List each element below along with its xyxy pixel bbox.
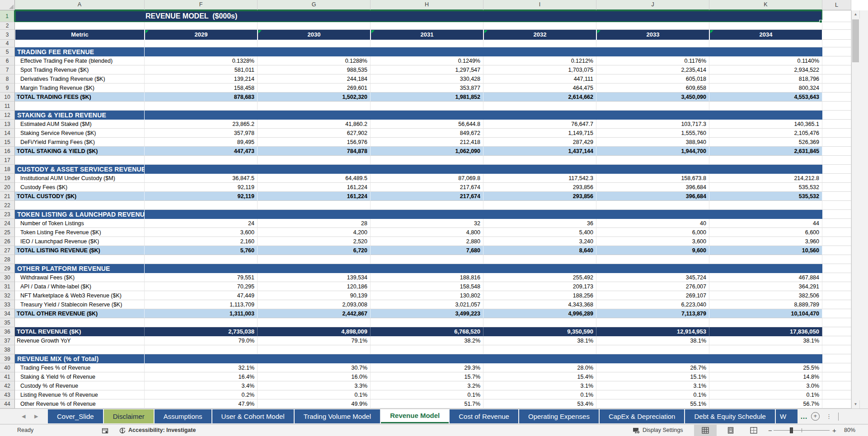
cell-K36[interactable]: 17,836,050 <box>709 327 822 336</box>
cell-L26[interactable] <box>822 237 851 246</box>
cell-J2[interactable] <box>596 22 709 30</box>
cell-A16[interactable]: TOTAL STAKING & YIELD ($K) <box>15 147 145 156</box>
column-header-J[interactable]: J <box>596 0 709 10</box>
cell-K20[interactable]: 535,532 <box>709 183 822 192</box>
cell-K38[interactable] <box>709 345 822 354</box>
cell-G7[interactable]: 988,535 <box>258 65 371 74</box>
cell-F11[interactable] <box>145 102 258 111</box>
cell-J33[interactable]: 6,223,040 <box>596 300 709 309</box>
row-header-12[interactable]: 12 <box>0 111 15 120</box>
cell-K40[interactable]: 25.5% <box>709 363 822 372</box>
cell-G8[interactable]: 244,184 <box>258 74 371 83</box>
row-header-25[interactable]: 25 <box>0 228 15 237</box>
tab-operating-expenses[interactable]: Operating Expenses <box>519 409 599 423</box>
row-header-42[interactable]: 42 <box>0 381 15 390</box>
row-header-33[interactable]: 33 <box>0 300 15 309</box>
cell-G34[interactable]: 2,442,867 <box>258 309 371 318</box>
cell-G17[interactable] <box>258 156 371 165</box>
cell-J22[interactable] <box>596 201 709 210</box>
cell-L9[interactable] <box>822 83 851 93</box>
section-band-39[interactable] <box>145 354 822 363</box>
cell-A25[interactable]: Token Listing Fee Revenue ($K) <box>15 228 145 237</box>
cell-L30[interactable] <box>822 273 851 282</box>
cell-H30[interactable]: 188,816 <box>371 273 483 282</box>
cell-I42[interactable]: 3.1% <box>483 381 596 390</box>
cell-K35[interactable] <box>709 318 822 327</box>
cell-I24[interactable]: 36 <box>483 219 596 228</box>
cell-G11[interactable] <box>258 102 371 111</box>
section-band-23[interactable] <box>145 210 822 219</box>
cell-K4[interactable] <box>709 40 822 47</box>
zoom-level[interactable]: 80% <box>844 425 855 436</box>
cell-F31[interactable]: 70,295 <box>145 282 258 291</box>
row-header-6[interactable]: 6 <box>0 56 15 65</box>
cell-K21[interactable]: 535,532 <box>709 192 822 201</box>
cell-A31[interactable]: API / Data / White-label ($K) <box>15 282 145 291</box>
row-header-32[interactable]: 32 <box>0 291 15 300</box>
cell-I10[interactable]: 2,614,662 <box>483 93 596 102</box>
cell-I41[interactable]: 15.4% <box>483 372 596 381</box>
cell-K26[interactable]: 3,960 <box>709 237 822 246</box>
cell-year-header-2030[interactable]: 2030 <box>258 30 370 40</box>
column-header-A[interactable]: A <box>15 0 145 10</box>
cell-L40[interactable] <box>822 363 851 372</box>
cell-A8[interactable]: Derivatives Trading Revenue ($K) <box>15 74 145 83</box>
cell-L16[interactable] <box>822 147 851 156</box>
cell-A2[interactable] <box>15 22 145 30</box>
cell-A20[interactable]: Custody Fees ($K) <box>15 183 145 192</box>
display-settings-button[interactable]: Display Settings <box>643 425 683 436</box>
cell-K8[interactable]: 818,796 <box>709 74 822 83</box>
cell-J16[interactable]: 1,944,700 <box>596 147 709 156</box>
column-header-H[interactable]: H <box>371 0 483 10</box>
cell-K22[interactable] <box>709 201 822 210</box>
cell-J32[interactable]: 269,107 <box>596 291 709 300</box>
cell-J21[interactable]: 396,684 <box>596 192 709 201</box>
cell-F43[interactable]: 0.2% <box>145 390 258 399</box>
cell-I40[interactable]: 28.0% <box>483 363 596 372</box>
cell-F40[interactable]: 32.1% <box>145 363 258 372</box>
cell-A24[interactable]: Number of Token Listings <box>15 219 145 228</box>
cell-J6[interactable]: 0.1176% <box>596 56 709 65</box>
zoom-out-button[interactable]: − <box>768 425 772 436</box>
cell-H14[interactable]: 849,672 <box>371 129 483 138</box>
cell-I30[interactable]: 255,492 <box>483 273 596 282</box>
cell-F27[interactable]: 5,760 <box>145 246 258 255</box>
cell-I31[interactable]: 209,173 <box>483 282 596 291</box>
view-page-break-button[interactable] <box>744 425 764 436</box>
section-band-29[interactable] <box>145 264 822 273</box>
vertical-scroll-thumb[interactable] <box>852 19 859 62</box>
cell-L22[interactable] <box>822 201 851 210</box>
cell-I14[interactable]: 1,149,715 <box>483 129 596 138</box>
cell-L20[interactable] <box>822 183 851 192</box>
cell-L12[interactable] <box>822 111 851 120</box>
cell-G36[interactable]: 4,898,009 <box>258 327 371 336</box>
cell-K19[interactable]: 214,212.8 <box>709 174 822 183</box>
cell-L11[interactable] <box>822 102 851 111</box>
cell-G16[interactable]: 784,878 <box>258 147 371 156</box>
cell-I19[interactable]: 117,542.3 <box>483 174 596 183</box>
cell-G32[interactable]: 90,139 <box>258 291 371 300</box>
cell-A9[interactable]: Margin Trading Revenue ($K) <box>15 83 145 93</box>
cell-A36[interactable]: TOTAL REVENUE ($K) <box>15 327 145 336</box>
row-header-27[interactable]: 27 <box>0 246 15 255</box>
cell-A15[interactable]: DeFi/Yield Farming Fees ($K) <box>15 138 145 147</box>
row-header-19[interactable]: 19 <box>0 174 15 183</box>
cell-K33[interactable]: 8,889,789 <box>709 300 822 309</box>
cell-L8[interactable] <box>822 74 851 83</box>
row-header-35[interactable]: 35 <box>0 318 15 327</box>
cell-J41[interactable]: 15.1% <box>596 372 709 381</box>
cell-F38[interactable] <box>145 345 258 354</box>
cell-G10[interactable]: 1,502,320 <box>258 93 371 102</box>
cell-H13[interactable]: 56,644.8 <box>371 120 483 129</box>
cell-L13[interactable] <box>822 120 851 129</box>
cell-F24[interactable]: 24 <box>145 219 258 228</box>
cell-J38[interactable] <box>596 345 709 354</box>
cell-K43[interactable]: 0.1% <box>709 390 822 399</box>
cell-L41[interactable] <box>822 372 851 381</box>
cell-A32[interactable]: NFT Marketplace & Web3 Revenue ($K) <box>15 291 145 300</box>
cell-L4[interactable] <box>822 40 851 47</box>
cell-G21[interactable]: 161,224 <box>258 192 371 201</box>
cell-L21[interactable] <box>822 192 851 201</box>
cell-A4[interactable] <box>15 40 145 47</box>
cell-F21[interactable]: 92,119 <box>145 192 258 201</box>
